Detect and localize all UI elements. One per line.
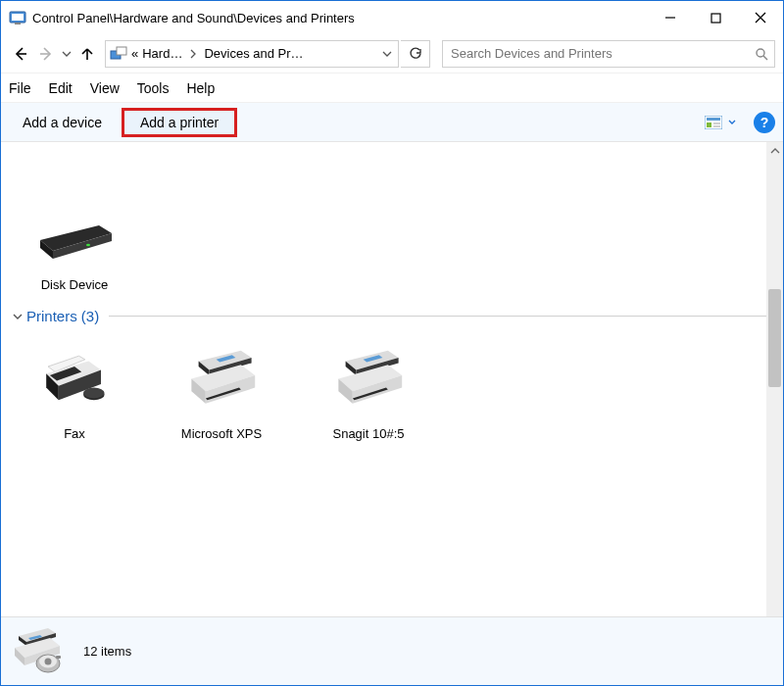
breadcrumb-hardware[interactable]: Hard… — [142, 46, 182, 61]
svg-rect-10 — [117, 47, 126, 55]
printer-item-xps[interactable]: Microsoft XPS — [168, 350, 275, 441]
svg-point-11 — [757, 49, 764, 57]
devices-printers-icon — [110, 45, 127, 63]
content-area: Disk Device Printers (3) — [1, 142, 783, 618]
address-dropdown[interactable] — [380, 40, 394, 68]
scrollbar[interactable] — [766, 142, 783, 618]
add-printer-button[interactable]: Add a printer — [122, 108, 237, 137]
svg-point-23 — [45, 658, 52, 664]
svg-rect-17 — [713, 125, 720, 127]
printer-icon — [324, 350, 413, 418]
navigation-bar: « Hard… Devices and Pr… — [1, 34, 783, 74]
status-bar: 12 items — [1, 616, 783, 685]
fax-icon — [30, 350, 119, 418]
printer-item-snagit[interactable]: Snagit 10#:5 — [315, 350, 422, 441]
svg-rect-15 — [707, 122, 711, 127]
status-item-count: 12 items — [83, 644, 131, 659]
help-button[interactable]: ? — [754, 112, 775, 133]
svg-point-18 — [86, 244, 90, 246]
scroll-up-icon[interactable] — [766, 142, 783, 159]
add-device-button[interactable]: Add a device — [9, 109, 116, 136]
control-panel-icon — [9, 9, 26, 26]
menu-tools[interactable]: Tools — [137, 80, 170, 96]
chevron-down-icon — [13, 312, 23, 321]
search-input[interactable] — [449, 45, 755, 62]
device-label: Disk Device — [41, 277, 109, 292]
svg-line-12 — [763, 56, 767, 60]
svg-rect-14 — [707, 118, 720, 121]
window-title: Control Panel\Hardware and Sound\Devices… — [32, 11, 355, 25]
devices-collection-icon — [13, 628, 68, 675]
printer-label: Microsoft XPS — [181, 426, 262, 441]
device-disk[interactable]: Disk Device — [21, 201, 128, 292]
section-divider — [109, 316, 771, 317]
printer-icon — [177, 350, 266, 418]
search-icon[interactable] — [755, 47, 768, 61]
printer-label: Snagit 10#:5 — [332, 426, 404, 441]
chevron-down-icon — [728, 119, 736, 126]
svg-rect-24 — [56, 656, 61, 659]
forward-button[interactable] — [34, 40, 58, 68]
menu-bar: File Edit View Tools Help — [1, 74, 783, 103]
minimize-button[interactable] — [648, 3, 693, 32]
view-options-button[interactable] — [697, 112, 744, 133]
printers-section-title: Printers (3) — [26, 308, 99, 324]
svg-rect-1 — [12, 14, 24, 21]
chevron-right-icon[interactable] — [186, 49, 200, 59]
address-bar[interactable]: « Hard… Devices and Pr… — [105, 40, 399, 68]
menu-file[interactable]: File — [9, 80, 31, 96]
breadcrumb-devices[interactable]: Devices and Pr… — [204, 46, 303, 61]
toolbar: Add a device Add a printer ? — [1, 103, 783, 142]
menu-help[interactable]: Help — [186, 80, 215, 96]
menu-view[interactable]: View — [90, 80, 120, 96]
recent-dropdown[interactable] — [60, 40, 74, 68]
scroll-thumb[interactable] — [768, 289, 781, 387]
back-button[interactable] — [9, 40, 32, 68]
refresh-button[interactable] — [401, 40, 430, 68]
svg-rect-16 — [713, 122, 720, 124]
titlebar: Control Panel\Hardware and Sound\Devices… — [1, 1, 783, 34]
svg-rect-2 — [15, 23, 21, 24]
maximize-button[interactable] — [693, 3, 738, 32]
search-box[interactable] — [442, 40, 775, 68]
breadcrumb-prefix[interactable]: « — [131, 46, 138, 61]
printer-label: Fax — [64, 426, 85, 441]
svg-rect-4 — [711, 14, 720, 23]
printer-item-fax[interactable]: Fax — [21, 350, 128, 441]
up-button[interactable] — [75, 40, 99, 68]
printers-section-header[interactable]: Printers (3) — [1, 302, 783, 330]
disk-device-icon — [30, 201, 119, 270]
menu-edit[interactable]: Edit — [49, 80, 73, 96]
svg-point-20 — [83, 388, 105, 399]
close-button[interactable] — [738, 3, 783, 32]
